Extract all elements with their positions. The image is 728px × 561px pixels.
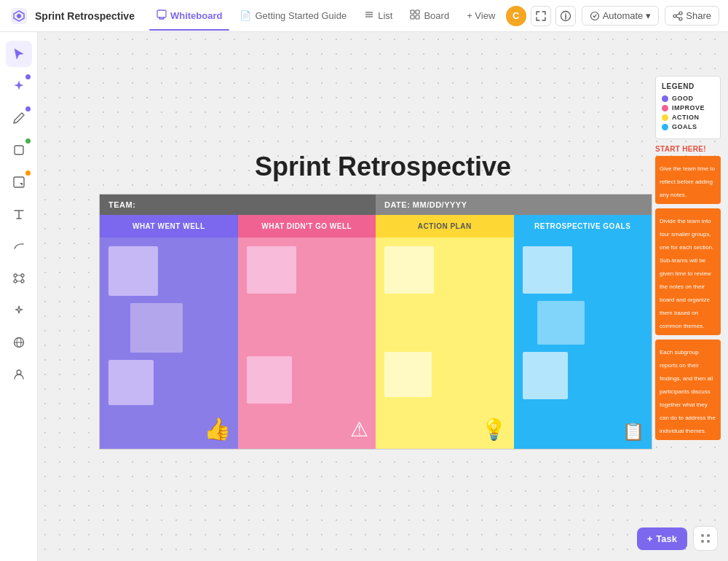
col-body-retro-goals[interactable]: 📋 [514,238,652,449]
ai-dot [25,74,31,79]
sticky-note[interactable] [247,246,296,294]
notes-row-1 [108,246,229,296]
shape-dot [25,138,31,144]
col-retro-goals: RETROSPECTIVE GOALS 📋 [514,215,652,449]
legend-box: LEGEND GOOD IMPROVE ACTION GOALS [655,76,721,139]
sticky-note[interactable] [130,303,183,353]
whiteboard-icon [157,9,167,22]
didnt-go-icon: ⚠ [350,417,368,442]
svg-point-20 [21,280,24,283]
board-icon [410,9,420,22]
sticky-note[interactable] [537,301,585,345]
sticky-note[interactable] [523,352,568,399]
pen-dot [25,106,31,111]
sticky-note[interactable] [395,301,446,345]
went-well-icon: 👍 [204,416,231,442]
topbar-right: C Automate ▾ Share [506,6,719,26]
legend-item-action: ACTION [662,114,714,121]
tab-list[interactable]: List [357,5,400,26]
sidebar-item-profile[interactable] [6,361,32,388]
sticky-note[interactable] [384,352,432,397]
guide-card-2: Divide the team into four smaller groups… [655,208,721,335]
col-header-didnt-go: WHAT DIDN'T GO WELL [238,215,376,238]
sidebar-item-pen[interactable] [6,105,32,131]
board-header-row: TEAM: DATE: MM/DD/YYYY [100,195,652,215]
doc-icon: 📄 [240,10,251,21]
col-body-didnt-go[interactable]: ⚠ [238,238,376,449]
whiteboard-content: Sprint Retrospective TEAM: DATE: MM/DD/Y… [99,152,667,450]
avatar[interactable]: C [506,6,526,26]
apps-button[interactable] [693,526,718,551]
sticky-note[interactable] [384,246,434,294]
svg-point-1 [17,14,21,18]
sidebar-item-shape[interactable] [6,137,32,163]
svg-rect-7 [416,10,419,14]
sidebar-item-select[interactable] [6,41,32,67]
sidebar-item-sticky[interactable] [6,169,32,195]
svg-point-12 [679,12,682,15]
col-header-went-well: WHAT WENT WELL [100,215,238,238]
legend-dot-good [662,95,668,102]
svg-point-19 [14,280,17,283]
canvas-area[interactable]: Sprint Retrospective TEAM: DATE: MM/DD/Y… [38,32,728,561]
sticky-note[interactable] [523,246,572,294]
sidebar-item-embed[interactable] [6,329,32,356]
svg-point-24 [17,370,21,374]
tab-whiteboard[interactable]: Whiteboard [149,5,230,26]
app-icon [9,6,29,26]
notes-row-2 [395,301,505,345]
right-panel: LEGEND GOOD IMPROVE ACTION GOALS START H… [655,76,721,444]
svg-point-17 [14,274,17,277]
left-sidebar [0,32,38,561]
start-here-title: START HERE! [655,145,721,153]
sidebar-item-line[interactable] [6,233,32,259]
svg-rect-2 [157,10,166,17]
legend-dot-improve [662,105,668,111]
col-header-action: ACTION PLAN [376,215,514,238]
team-header: TEAM: [100,195,376,215]
sidebar-item-connections[interactable] [6,265,32,291]
tab-board[interactable]: Board [403,5,456,26]
notes-row-2 [130,303,229,353]
col-went-well: WHAT WENT WELL 👍 [100,215,238,449]
legend-item-improve: IMPROVE [662,104,714,111]
fit-icon[interactable] [531,6,551,26]
svg-point-25 [701,534,704,537]
col-header-retro-goals: RETROSPECTIVE GOALS [514,215,652,238]
legend-dot-goals [662,124,668,130]
legend-title: LEGEND [662,82,714,90]
notes-row-3 [108,360,229,405]
bottom-right-actions: + Task [637,526,718,551]
action-icon: 💡 [481,417,507,442]
svg-point-28 [707,540,710,543]
guide-card-1: Give the team time to reflect before add… [655,156,721,204]
notes-row-1 [384,246,505,294]
sticky-note[interactable] [247,356,292,404]
topbar: Sprint Retrospective Whiteboard 📄 Gettin… [0,0,728,32]
guide-card-3: Each subgroup reports on their findings,… [655,340,721,440]
sidebar-item-text[interactable] [6,201,32,227]
sticky-note[interactable] [108,360,154,405]
sidebar-item-sparkle[interactable] [6,297,32,323]
add-view-button[interactable]: + View [459,7,502,25]
notes-row-1 [247,246,368,294]
col-body-went-well[interactable]: 👍 [100,238,238,449]
sticky-note[interactable] [108,246,158,296]
svg-point-18 [21,274,24,277]
topbar-icons: C [506,6,576,26]
col-body-action[interactable]: 💡 [376,238,514,449]
sticky-note[interactable] [261,301,309,346]
tab-getting-started[interactable]: 📄 Getting Started Guide [232,6,354,26]
col-didnt-go: WHAT DIDN'T GO WELL ⚠ [238,215,376,449]
automate-button[interactable]: Automate ▾ [582,6,660,26]
task-button[interactable]: + Task [637,527,687,550]
legend-dot-action [662,114,668,121]
legend-item-good: GOOD [662,95,714,102]
svg-point-13 [673,15,676,17]
info-icon[interactable] [555,6,576,26]
share-button[interactable]: Share [665,6,719,26]
notes-row-2 [537,301,644,345]
notes-row-3 [247,356,368,404]
app-title: Sprint Retrospective [35,10,135,22]
sidebar-item-ai[interactable] [6,73,32,99]
